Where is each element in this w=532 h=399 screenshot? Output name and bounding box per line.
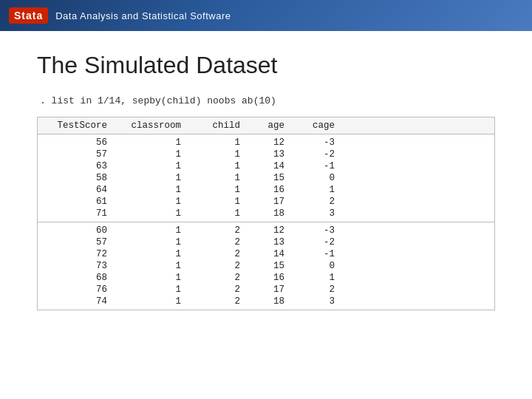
table-row: 571113-2 — [38, 149, 494, 160]
cell-child: 2 — [193, 237, 252, 248]
cell-classroom: 1 — [119, 208, 193, 219]
cell-age: 12 — [252, 137, 296, 148]
cell-cage: 2 — [296, 197, 341, 207]
cell-child: 2 — [193, 249, 252, 259]
cell-child: 2 — [193, 296, 252, 307]
cell-classroom: 1 — [119, 197, 193, 207]
cell-classroom: 1 — [119, 249, 193, 259]
table-row: 7412183 — [38, 296, 494, 310]
cell-child: 1 — [193, 197, 252, 207]
cell-child: 2 — [193, 261, 252, 271]
header-title: Data Analysis and Statistical Software — [55, 10, 231, 21]
col-header-child: child — [193, 120, 252, 131]
cell-testscore: 57 — [38, 149, 119, 160]
table-body: 561112-3571113-2631114-15811150641116161… — [38, 134, 494, 310]
cell-child: 1 — [193, 161, 252, 171]
main-content: The Simulated Dataset . list in 1/14, se… — [0, 31, 532, 325]
cell-classroom: 1 — [119, 161, 193, 171]
command-dot: . list in 1/14, sepby(child) noobs ab(10… — [40, 95, 276, 106]
cell-age: 13 — [252, 149, 296, 160]
cell-child: 2 — [193, 284, 252, 295]
cell-age: 18 — [252, 208, 296, 219]
cell-age: 13 — [252, 237, 296, 248]
cell-cage: -2 — [296, 149, 341, 160]
stata-logo: Stata — [9, 7, 48, 24]
table-row: 6812161 — [38, 272, 494, 284]
table-row: 721214-1 — [38, 248, 494, 260]
col-header-age: age — [252, 120, 296, 131]
cell-testscore: 68 — [38, 273, 119, 283]
cell-classroom: 1 — [119, 185, 193, 195]
table-row: 561112-3 — [38, 134, 494, 149]
cell-age: 17 — [252, 197, 296, 207]
cell-testscore: 57 — [38, 237, 119, 248]
cell-classroom: 1 — [119, 225, 193, 236]
table-row: 5811150 — [38, 172, 494, 184]
page-title: The Simulated Dataset — [37, 52, 495, 79]
table-group-1: 601212-3571213-2721214-17312150681216176… — [38, 222, 494, 310]
cell-classroom: 1 — [119, 149, 193, 160]
cell-child: 2 — [193, 273, 252, 283]
cell-classroom: 1 — [119, 273, 193, 283]
cell-child: 1 — [193, 208, 252, 219]
cell-classroom: 1 — [119, 284, 193, 295]
cell-cage: 0 — [296, 173, 341, 183]
cell-cage: 2 — [296, 284, 341, 295]
cell-cage: -1 — [296, 161, 341, 171]
cell-testscore: 63 — [38, 161, 119, 171]
table-header: TestScore classroom child age cage — [38, 117, 494, 134]
cell-cage: 1 — [296, 185, 341, 195]
header-bar: Stata Data Analysis and Statistical Soft… — [0, 0, 532, 31]
cell-testscore: 60 — [38, 225, 119, 236]
cell-testscore: 72 — [38, 249, 119, 259]
cell-age: 14 — [252, 249, 296, 259]
cell-age: 12 — [252, 225, 296, 236]
table-row: 601212-3 — [38, 222, 494, 236]
cell-testscore: 76 — [38, 284, 119, 295]
cell-testscore: 58 — [38, 173, 119, 183]
cell-cage: -3 — [296, 137, 341, 148]
data-table: TestScore classroom child age cage 56111… — [37, 117, 495, 310]
cell-testscore: 73 — [38, 261, 119, 271]
cell-age: 16 — [252, 185, 296, 195]
table-row: 6111172 — [38, 196, 494, 208]
cell-child: 1 — [193, 149, 252, 160]
cell-child: 1 — [193, 173, 252, 183]
col-header-classroom: classroom — [119, 120, 193, 131]
cell-cage: 1 — [296, 273, 341, 283]
cell-child: 2 — [193, 225, 252, 236]
cell-age: 15 — [252, 261, 296, 271]
cell-cage: 0 — [296, 261, 341, 271]
cell-child: 1 — [193, 137, 252, 148]
command-line: . list in 1/14, sepby(child) noobs ab(10… — [37, 95, 495, 106]
cell-testscore: 71 — [38, 208, 119, 219]
table-row: 7111183 — [38, 208, 494, 222]
table-row: 631114-1 — [38, 160, 494, 172]
cell-classroom: 1 — [119, 137, 193, 148]
cell-classroom: 1 — [119, 237, 193, 248]
cell-age: 15 — [252, 173, 296, 183]
table-row: 6411161 — [38, 184, 494, 196]
cell-cage: 3 — [296, 208, 341, 219]
table-group-0: 561112-3571113-2631114-15811150641116161… — [38, 134, 494, 222]
cell-classroom: 1 — [119, 173, 193, 183]
cell-classroom: 1 — [119, 296, 193, 307]
cell-classroom: 1 — [119, 261, 193, 271]
cell-age: 16 — [252, 273, 296, 283]
col-header-testscore: TestScore — [38, 120, 119, 131]
table-row: 571213-2 — [38, 236, 494, 248]
cell-age: 18 — [252, 296, 296, 307]
table-row: 7612172 — [38, 284, 494, 296]
cell-testscore: 56 — [38, 137, 119, 148]
cell-testscore: 64 — [38, 185, 119, 195]
cell-age: 17 — [252, 284, 296, 295]
cell-testscore: 74 — [38, 296, 119, 307]
cell-testscore: 61 — [38, 197, 119, 207]
cell-cage: 3 — [296, 296, 341, 307]
cell-cage: -3 — [296, 225, 341, 236]
cell-cage: -1 — [296, 249, 341, 259]
cell-age: 14 — [252, 161, 296, 171]
cell-cage: -2 — [296, 237, 341, 248]
table-row: 7312150 — [38, 260, 494, 272]
col-header-cage: cage — [296, 120, 341, 131]
